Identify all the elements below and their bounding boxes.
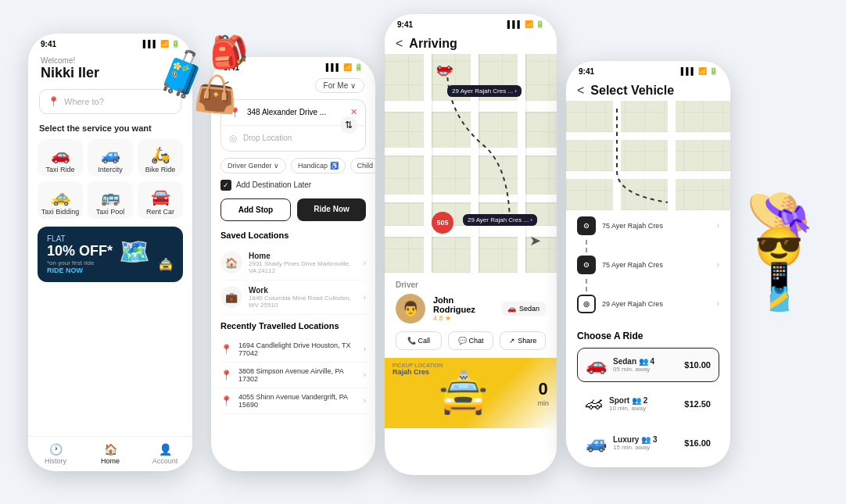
filter-child[interactable]: Child bbox=[350, 158, 375, 173]
service-taxi-pool[interactable]: 🚌 Taxi Pool bbox=[88, 181, 133, 219]
status-icons-3: ▌▌▌ 📶 🔋 bbox=[507, 20, 544, 28]
sport-eta: 10 min. away bbox=[609, 405, 678, 412]
recent-1[interactable]: 📍 1694 Candlelight Drive Houston, TX 770… bbox=[220, 337, 366, 363]
route-dashed-2 bbox=[586, 279, 587, 291]
saved-work-addr: 1840 Columbia Mine Road Culloden, WV 255… bbox=[249, 295, 357, 309]
vehicle-luxury[interactable]: 🚙 Luxury 👥 3 15 min. away $16.00 bbox=[577, 426, 719, 460]
map-pin-2: 29 Ayer Rajah Cres ... › bbox=[463, 214, 537, 226]
route-from: ⊙ 75 Ayer Rajah Cres › bbox=[577, 216, 719, 235]
back-button-4[interactable]: < bbox=[577, 84, 584, 98]
sport-price: $12.50 bbox=[684, 399, 711, 409]
route-mid-arrow: › bbox=[717, 260, 719, 269]
driver-info: 👨 John Rodriguez 4.8 ★ 🚗 Sedan bbox=[396, 294, 546, 323]
pickup-addr: Rajah Cres bbox=[393, 368, 443, 376]
route-mid: ⊙ 75 Ayer Rajah Cres › bbox=[577, 256, 719, 274]
route-to: ◎ 29 Ayer Rajah Cres › bbox=[577, 295, 719, 313]
service-section-title: Select the service you want bbox=[28, 123, 192, 133]
recent-arrow-1: › bbox=[364, 345, 366, 353]
signal-icon: ▌▌▌ bbox=[143, 40, 158, 48]
route-to-arrow: › bbox=[717, 299, 719, 308]
vehicle-convertible[interactable]: 🚘 Convertible 👥 4 10 min. away $12.50 bbox=[577, 465, 719, 467]
luggage-icon-2: 👜 bbox=[192, 70, 239, 116]
call-button[interactable]: 📞 Call bbox=[396, 331, 442, 350]
swap-button[interactable]: ⇅ bbox=[340, 116, 357, 134]
bottom-nav: 🕐 History 🏠 Home 👤 Account bbox=[28, 436, 192, 471]
sport-info: Sport 👥 2 10 min. away bbox=[609, 396, 678, 412]
saved-work-arrow: › bbox=[364, 293, 366, 302]
sedan-price: $10.00 bbox=[684, 360, 711, 370]
route-from-dot: ⊙ bbox=[577, 216, 596, 235]
p4-route-info: ⊙ 75 Ayer Rajah Cres › ⊙ 75 Ayer Rajah C… bbox=[566, 210, 730, 324]
time-4: 9:41 bbox=[579, 67, 594, 76]
woman-lower-icon: 🎽 bbox=[765, 288, 794, 311]
share-button[interactable]: ↗ Share bbox=[500, 331, 546, 350]
saved-section: Saved Locations 🏠 Home 2931 Shady Pines … bbox=[211, 231, 375, 315]
route-from-text: 75 Ayer Rajah Cres bbox=[602, 222, 711, 230]
intercity-label: Intercity bbox=[98, 166, 123, 173]
service-bike-ride[interactable]: 🛵 Bike Ride bbox=[138, 139, 183, 177]
nav-home[interactable]: 🏠 Home bbox=[83, 443, 138, 465]
car-on-map-icon: 🚗 bbox=[436, 65, 453, 82]
battery-icon-3: 🔋 bbox=[536, 20, 544, 28]
for-me-selector[interactable]: For Me ∨ bbox=[315, 78, 364, 93]
promo-cta[interactable]: RIDE NOW bbox=[47, 266, 113, 274]
signal-icon-2: ▌▌▌ bbox=[326, 63, 341, 71]
ride-now-button[interactable]: Ride Now bbox=[297, 198, 366, 221]
search-placeholder: Where to? bbox=[64, 97, 104, 106]
p4-header: < Select Vehicle bbox=[566, 79, 730, 101]
filter-gender[interactable]: Driver Gender ∨ bbox=[220, 158, 286, 173]
service-taxi-ride[interactable]: 🚗 Taxi Ride bbox=[38, 139, 83, 177]
filter-handicap[interactable]: Handicap ♿ bbox=[291, 158, 346, 173]
pickup-text: 348 Alexander Drive ... bbox=[247, 108, 326, 116]
nav-account[interactable]: 👤 Account bbox=[138, 443, 192, 465]
recent-addr-1: 1694 Candlelight Drive Houston, TX 77042 bbox=[238, 341, 357, 357]
clear-pickup-icon[interactable]: ✕ bbox=[350, 107, 357, 117]
saved-work[interactable]: 💼 Work 1840 Columbia Mine Road Culloden,… bbox=[220, 281, 366, 315]
status-bar-4: 9:41 ▌▌▌ 📶 🔋 bbox=[566, 61, 730, 79]
back-button-3[interactable]: < bbox=[396, 37, 403, 51]
home-icon: 🏠 bbox=[104, 443, 117, 456]
saved-home-name: Home bbox=[249, 252, 357, 260]
recent-addr-2: 3808 Simpson Avenue Airville, PA 17302 bbox=[238, 367, 357, 383]
driver-car-badge: 🚗 Sedan bbox=[501, 302, 546, 316]
add-stop-button[interactable]: Add Stop bbox=[220, 198, 291, 221]
service-rent-car[interactable]: 🚘 Rent Car bbox=[138, 181, 183, 219]
service-taxi-bidding[interactable]: 🚕 Taxi Bidding bbox=[38, 181, 83, 219]
drop-text: Drop Location bbox=[243, 134, 292, 142]
route-mid-dot: ⊙ bbox=[577, 256, 596, 274]
map-nav-arrow: ➤ bbox=[529, 232, 541, 249]
vehicle-sport[interactable]: 🏎 Sport 👥 2 10 min. away $12.50 bbox=[577, 387, 719, 421]
luxury-eta: 15 min. away bbox=[613, 444, 678, 451]
car-type: Sedan bbox=[519, 305, 540, 313]
account-icon: 👤 bbox=[159, 443, 172, 456]
service-grid: 🚗 Taxi Ride 🚙 Intercity 🛵 Bike Ride 🚕 Ta… bbox=[28, 139, 192, 219]
wifi-icon-2: 📶 bbox=[343, 63, 352, 71]
add-destination-checkbox[interactable]: ✓ bbox=[220, 180, 231, 191]
taxi-pool-icon: 🚌 bbox=[91, 188, 130, 206]
filter-row: Driver Gender ∨ Handicap ♿ Child bbox=[211, 158, 375, 173]
pickup-location-label: PICKUP LOCATION bbox=[393, 363, 443, 368]
vehicle-sedan[interactable]: 🚗 Sedan 👥 4 05 min. away $10.00 bbox=[577, 348, 719, 382]
recent-section: Recently Travelled Locations 📍 1694 Cand… bbox=[211, 321, 375, 414]
nav-history[interactable]: 🕐 History bbox=[28, 443, 83, 465]
taxi-ride-icon: 🚗 bbox=[41, 145, 80, 164]
service-intercity[interactable]: 🚙 Intercity bbox=[88, 139, 133, 177]
status-bar-1: 9:41 ▌▌▌ 📶 🔋 bbox=[28, 34, 192, 52]
chat-button[interactable]: 💬 Chat bbox=[448, 331, 494, 350]
recent-icon-3: 📍 bbox=[220, 395, 232, 406]
mins-number: 0 bbox=[537, 379, 549, 399]
car-badge-icon: 🚗 bbox=[507, 305, 516, 313]
saved-home[interactable]: 🏠 Home 2931 Shady Pines Drive Martinsvil… bbox=[220, 246, 366, 281]
sedan-info: Sedan 👥 4 05 min. away bbox=[613, 357, 678, 373]
recent-2[interactable]: 📍 3808 Simpson Avenue Airville, PA 17302… bbox=[220, 363, 366, 388]
driver-avatar: 👨 bbox=[396, 294, 425, 323]
home-saved-icon: 🏠 bbox=[220, 252, 242, 273]
recent-icon-2: 📍 bbox=[220, 370, 232, 381]
map-view: 🚗 29 Ayer Rajah Cres ... › 505 ➤ 29 Ayer… bbox=[385, 54, 557, 273]
phone-arriving: 9:41 ▌▌▌ 📶 🔋 < Arriving 🚗 29 Ayer Rajah … bbox=[385, 14, 557, 475]
status-icons-1: ▌▌▌ 📶 🔋 bbox=[143, 40, 180, 48]
recent-icon-1: 📍 bbox=[220, 344, 232, 355]
rent-car-label: Rent Car bbox=[146, 208, 174, 216]
drop-icon: ◎ bbox=[229, 133, 237, 144]
recent-3[interactable]: 📍 4055 Shinn Avenue Vandergrift, PA 1569… bbox=[220, 388, 366, 414]
